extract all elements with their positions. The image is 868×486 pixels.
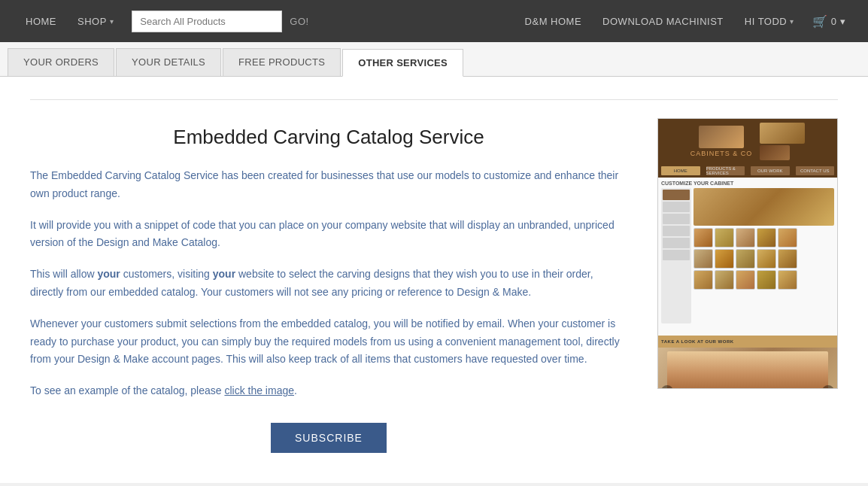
catalog-cell-7 <box>715 249 734 269</box>
para-5-end: . <box>294 384 297 396</box>
catalog-next-arrow[interactable]: › <box>822 385 834 389</box>
shop-dropdown-arrow: ▾ <box>110 17 114 26</box>
catalog-nav-work: OUR WORK <box>751 166 790 175</box>
catalog-bottom-image: ‹ › <box>658 348 837 389</box>
nav-home[interactable]: HOME <box>15 0 67 42</box>
para-3-text1: This will allow <box>30 268 97 280</box>
catalog-grid-area <box>661 188 834 323</box>
catalog-cell-2 <box>715 228 734 248</box>
catalog-footer-bar: TAKE A LOOK AT OUR WORK <box>658 336 837 348</box>
user-dropdown-arrow: ▾ <box>790 17 794 26</box>
catalog-cell-10 <box>778 249 797 269</box>
tab-your-details[interactable]: YOUR DETAILS <box>116 48 221 76</box>
catalog-nav-home: HOME <box>661 166 700 175</box>
catalog-grid-row-1 <box>693 228 834 248</box>
catalog-cell-1 <box>693 228 713 248</box>
nav-dm-home[interactable]: D&M HOME <box>514 0 593 42</box>
tabs-bar: YOUR ORDERS YOUR DETAILS FREE PRODUCTS O… <box>0 42 868 77</box>
subscribe-button[interactable]: SUBSCRIBE <box>271 423 387 453</box>
catalog-cell-12 <box>715 270 734 290</box>
nav-hi-user[interactable]: HI TODD ▾ <box>734 0 805 42</box>
catalog-filter-4 <box>663 226 690 236</box>
cart-button[interactable]: 🛒 0 ▾ <box>805 14 853 29</box>
catalog-cell-8 <box>736 249 755 269</box>
nav-download-machinist[interactable]: DOWNLOAD MACHINIST <box>592 0 734 42</box>
catalog-filter-5 <box>663 238 690 248</box>
catalog-cell-5 <box>778 228 797 248</box>
search-go-button[interactable]: GO! <box>282 11 316 32</box>
catalog-filter-6 <box>663 250 690 260</box>
catalog-cell-13 <box>736 270 755 290</box>
para-3-your1: your <box>97 268 120 280</box>
tab-other-services[interactable]: OTHER SERVICES <box>342 49 463 77</box>
catalog-filter-1 <box>663 190 690 200</box>
image-section: CABINETS & CO HOME PRODUCTS & SERVICES O… <box>657 118 838 453</box>
click-image-link[interactable]: click the image <box>224 384 294 396</box>
catalog-prev-arrow[interactable]: ‹ <box>661 385 673 389</box>
catalog-cell-3 <box>736 228 755 248</box>
nav-left: HOME SHOP ▾ GO! <box>15 0 514 42</box>
subscribe-area: SUBSCRIBE <box>30 423 627 453</box>
catalog-customize-title: CUSTOMIZE YOUR CABINET <box>661 181 834 186</box>
cart-count: 0 <box>831 16 836 27</box>
top-nav: HOME SHOP ▾ GO! D&M HOME DOWNLOAD MACHIN… <box>0 0 868 42</box>
main-content: Embedded Carving Catalog Service The Emb… <box>0 77 868 483</box>
search-input[interactable] <box>132 11 282 32</box>
catalog-left-panel <box>661 188 691 323</box>
para-3-your2: your <box>213 268 235 280</box>
para-3-text2: customers, visiting <box>120 268 213 280</box>
nav-right: D&M HOME DOWNLOAD MACHINIST HI TODD ▾ 🛒 … <box>514 0 853 42</box>
para-3: This will allow your customers, visiting… <box>30 266 627 302</box>
catalog-cell-14 <box>757 270 776 290</box>
search-wrapper: GO! <box>132 11 316 32</box>
cart-dropdown-arrow: ▾ <box>840 16 845 27</box>
catalog-cell-15 <box>778 270 797 290</box>
section-divider <box>30 99 838 100</box>
catalog-grid-row-3 <box>693 270 834 290</box>
cart-icon: 🛒 <box>812 14 827 29</box>
para-5: To see an example of the catalog, please… <box>30 382 627 400</box>
catalog-cell-9 <box>757 249 776 269</box>
para-1: The Embedded Carving Catalog Service has… <box>30 167 627 203</box>
text-section: Embedded Carving Catalog Service The Emb… <box>30 118 627 453</box>
para-2: It will provide you with a snippet of co… <box>30 217 627 253</box>
tab-free-products[interactable]: FREE PRODUCTS <box>223 48 341 76</box>
catalog-body: CUSTOMIZE YOUR CABINET <box>658 178 837 336</box>
catalog-brand-text: CABINETS & CO <box>690 150 753 157</box>
catalog-image-arrows: ‹ › <box>658 385 837 389</box>
para-5-text: To see an example of the catalog, please <box>30 384 224 396</box>
catalog-header: CABINETS & CO <box>658 119 837 164</box>
catalog-footer-text: TAKE A LOOK AT OUR WORK <box>661 339 734 344</box>
catalog-nav-products: PRODUCTS & SERVICES <box>706 166 745 175</box>
catalog-cell-11 <box>693 270 713 290</box>
cabinet-image <box>667 351 828 389</box>
catalog-preview-image[interactable]: CABINETS & CO HOME PRODUCTS & SERVICES O… <box>657 118 838 389</box>
tab-your-orders[interactable]: YOUR ORDERS <box>8 48 114 76</box>
catalog-cell-4 <box>757 228 776 248</box>
content-wrapper: Embedded Carving Catalog Service The Emb… <box>30 118 838 453</box>
nav-shop[interactable]: SHOP ▾ <box>67 0 124 42</box>
catalog-right-panel <box>693 188 834 323</box>
catalog-filter-2 <box>663 202 690 212</box>
para-4: Whenever your customers submit selection… <box>30 315 627 369</box>
catalog-filter-3 <box>663 214 690 224</box>
catalog-nav-bar: HOME PRODUCTS & SERVICES OUR WORK CONTAC… <box>658 164 837 178</box>
catalog-nav-contact: CONTACT US <box>796 166 835 175</box>
catalog-grid-row-2 <box>693 249 834 269</box>
page-title: Embedded Carving Catalog Service <box>30 126 627 149</box>
catalog-cell-6 <box>693 249 713 269</box>
